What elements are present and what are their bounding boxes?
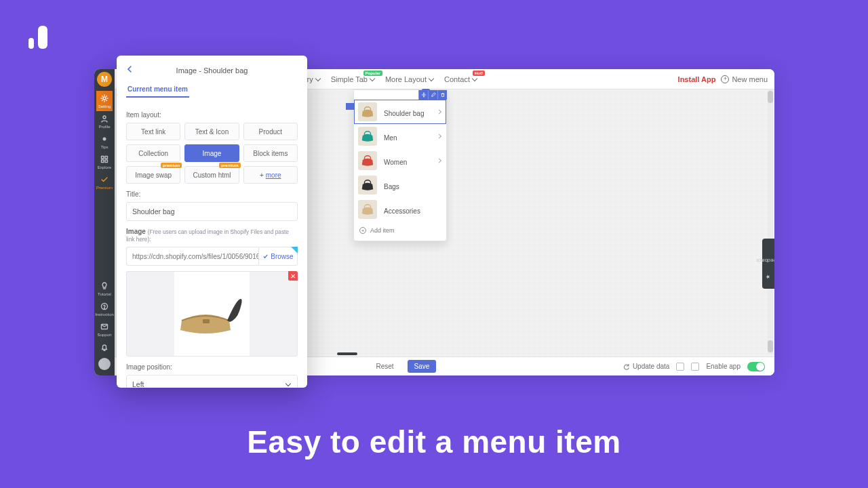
delete-icon[interactable] — [437, 90, 447, 100]
premium-badge: premium — [161, 163, 182, 168]
item-label: Men — [384, 134, 397, 142]
plus-icon: + — [721, 75, 729, 83]
bell-icon — [100, 343, 108, 351]
svg-point-2 — [102, 138, 106, 141]
sidebar-item-profile[interactable]: Profile — [96, 111, 113, 131]
menu-more-layout[interactable]: More Layout — [381, 69, 437, 89]
menu-label: Contact — [444, 75, 470, 83]
flyout-item-men[interactable]: Men — [354, 124, 446, 148]
back-button[interactable] — [126, 65, 136, 75]
badge: Popular — [363, 70, 382, 76]
resize-handle[interactable] — [337, 352, 357, 355]
layout-image-swap[interactable]: Image swappremium — [126, 166, 180, 184]
update-data-button[interactable]: Update data — [623, 363, 670, 370]
edit-icon[interactable] — [428, 90, 437, 100]
add-item-label: Add item — [370, 227, 395, 234]
item-thumbnail — [358, 176, 377, 195]
item-thumbnail — [358, 102, 377, 121]
title-input[interactable]: Shoulder bag — [126, 202, 298, 221]
avatar[interactable] — [98, 358, 111, 370]
chevron-down-icon — [315, 75, 320, 81]
feedback-tab[interactable]: ★ Feedback — [762, 239, 774, 289]
reset-button[interactable]: Reset — [369, 360, 400, 373]
sidebar-item-label: Tips — [100, 145, 108, 149]
feedback-label: Feedback — [756, 258, 774, 264]
layout-label: Text & Icon — [195, 128, 229, 136]
layout--more[interactable]: + more — [243, 166, 298, 184]
layout-text-link[interactable]: Text link — [126, 123, 180, 140]
sidebar-item-instruction[interactable]: Instruction — [95, 299, 114, 319]
layout-product[interactable]: Product — [243, 123, 298, 140]
item-label: Shoulder bag — [384, 110, 425, 117]
layout-image[interactable]: Image — [184, 144, 239, 162]
layout-text-icon[interactable]: Text & Icon — [184, 123, 239, 140]
sidebar-item-premium[interactable]: Premium — [96, 172, 113, 192]
move-icon[interactable] — [418, 90, 428, 100]
update-label: Update data — [633, 363, 670, 370]
section-tab[interactable]: Current menu item — [126, 83, 189, 98]
chevron-right-icon — [437, 109, 441, 114]
item-label: Women — [384, 159, 407, 166]
image-preview: ✕ — [126, 271, 298, 357]
brand-logo — [28, 26, 49, 49]
remove-image-button[interactable]: ✕ — [288, 271, 298, 281]
enable-app-toggle[interactable] — [747, 362, 765, 371]
external-icon[interactable] — [691, 363, 699, 371]
sidebar-item-label: Profile — [98, 125, 110, 129]
chevron-down-icon — [285, 381, 291, 386]
chevron-right-icon — [437, 158, 441, 163]
sidebar-item-setting[interactable]: Setting — [96, 91, 113, 111]
new-menu-label: New menu — [732, 75, 768, 83]
save-button[interactable]: Save — [408, 360, 437, 373]
menu-label: Simple Tab — [331, 75, 368, 83]
svg-rect-5 — [101, 160, 104, 163]
image-position-select[interactable]: Left — [126, 375, 298, 388]
new-menu-button[interactable]: + New menu — [721, 75, 768, 83]
badge: Hot! — [473, 70, 485, 76]
sidebar-item-tips[interactable]: Tips — [96, 131, 113, 152]
item-thumbnail — [358, 127, 377, 146]
download-icon[interactable] — [676, 363, 684, 371]
browse-label: Browse — [271, 253, 293, 260]
sidebar-item-tutorial[interactable]: Tutorial — [95, 279, 114, 299]
add-item-button[interactable]: + Add item — [354, 222, 446, 237]
sidebar-item-label: Tutorial — [98, 292, 111, 296]
svg-rect-4 — [105, 157, 108, 159]
corner-accent-icon — [291, 247, 298, 253]
flyout-item-bags[interactable]: Bags — [354, 173, 446, 197]
app-logo: M — [97, 72, 112, 87]
item-thumbnail — [358, 151, 377, 170]
image-url-input[interactable]: https://cdn.shopify.com/s/files/1/0056/9… — [126, 247, 258, 266]
svg-point-8 — [104, 308, 105, 309]
check-icon — [100, 176, 108, 184]
image-label: Image (Free users can upload image in Sh… — [126, 228, 298, 243]
layout-label: Image — [203, 150, 222, 157]
flyout-item-women[interactable]: Women — [354, 148, 446, 173]
flyout-item-shoulder-bag[interactable]: Shoulder bag — [354, 100, 446, 124]
browse-button[interactable]: Browse — [258, 247, 298, 266]
layout-label: Collection — [138, 150, 168, 157]
menu-simple-tab[interactable]: Simple TabPopular — [327, 69, 378, 89]
sidebar-item-explore[interactable]: Explore — [96, 152, 113, 172]
grid-icon — [100, 155, 108, 163]
install-app-link[interactable]: Install App — [678, 75, 716, 83]
chevron-right-icon — [437, 134, 441, 138]
sidebar-item-bell[interactable] — [95, 340, 114, 354]
layout-custom-html[interactable]: Custom htmlpremium — [184, 166, 239, 184]
item-toolbar — [418, 90, 447, 100]
svg-rect-6 — [105, 160, 108, 163]
premium-badge: premium — [219, 163, 240, 168]
chevron-down-icon — [472, 75, 477, 81]
flyout-item-accessories[interactable]: Accessories — [354, 197, 446, 222]
flyout-dropdown: Shoulder bag Men Women Bags Accessories … — [353, 89, 447, 241]
sidebar-item-support[interactable]: Support — [95, 319, 114, 340]
item-label: Bags — [384, 183, 399, 190]
scrollbar[interactable] — [768, 89, 773, 354]
layout-collection[interactable]: Collection — [126, 144, 180, 162]
title-label: Title: — [126, 190, 298, 198]
layout-block-items[interactable]: Block items — [243, 144, 298, 162]
sidebar-item-label: Explore — [98, 165, 111, 169]
menu-contact[interactable]: ContactHot! — [440, 69, 481, 89]
position-label: Image position: — [126, 363, 298, 371]
svg-point-0 — [103, 97, 106, 100]
